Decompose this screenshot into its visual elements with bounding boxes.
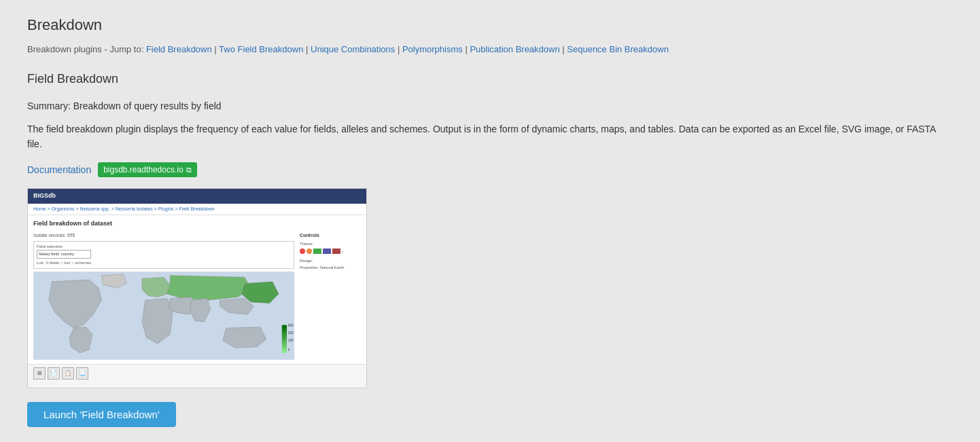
theme-dot-2: [307, 248, 312, 254]
theme-label: Theme:: [300, 241, 361, 247]
svg-text:100: 100: [288, 339, 294, 343]
mini-controls-title: Controls: [300, 232, 361, 240]
projection-label: Projection: Natural Earth: [300, 265, 361, 271]
mini-layout: Isolate records: 955 Field selection Sel…: [33, 232, 361, 361]
page-container: Breakdown Breakdown plugins - Jump to: F…: [0, 0, 980, 442]
nav-links: Breakdown plugins - Jump to: Field Break…: [27, 43, 953, 56]
theme-dot-1: [300, 248, 305, 254]
mini-controls: Controls Theme: › Range:: [300, 232, 361, 271]
documentation-link[interactable]: Documentation: [27, 163, 91, 177]
section-title-field-breakdown: Field Breakdown: [27, 70, 953, 91]
doc-badge[interactable]: bigsdb.readthedocs.io ⧉: [98, 162, 196, 177]
screenshot-preview: BIGSdb Home > Organisms > Neisseria spp.…: [27, 188, 367, 388]
theme-arrow: ›: [342, 248, 343, 256]
svg-rect-1: [282, 325, 287, 353]
documentation-row: Documentation bigsdb.readthedocs.io ⧉: [27, 162, 953, 177]
theme-rect-1: [313, 248, 321, 254]
mini-icon-doc1: 📄: [48, 367, 60, 380]
mini-select: Select field: country: [37, 250, 91, 259]
theme-rect-2: [323, 248, 331, 254]
nav-prefix: Breakdown plugins - Jump to:: [27, 44, 143, 54]
mini-radio-row: List: ⊙ fields ○ loci ○ schemes: [37, 260, 291, 266]
page-title: Breakdown: [27, 14, 953, 36]
external-link-icon: ⧉: [186, 164, 192, 176]
mini-left-panel: Isolate records: 955 Field selection Sel…: [33, 232, 294, 361]
summary-text: Summary: Breakdown of query results by f…: [27, 99, 953, 113]
world-map-svg: 300 200 100 0: [33, 272, 294, 360]
nav-link-two-field-breakdown[interactable]: Two Field Breakdown: [219, 44, 303, 54]
mini-field-box: Field selection Select field: country Li…: [33, 241, 294, 269]
nav-link-polymorphisms[interactable]: Polymorphisms: [402, 44, 463, 54]
nav-link-publication-breakdown[interactable]: Publication Breakdown: [470, 44, 559, 54]
launch-field-breakdown-button[interactable]: Launch 'Field Breakdown': [27, 402, 176, 427]
mini-icon-doc3: 📃: [76, 367, 88, 380]
mini-icon-table: ⊞: [33, 367, 46, 380]
mini-right-panel: Controls Theme: › Range:: [300, 232, 361, 361]
nav-link-unique-combinations[interactable]: Unique Combinations: [311, 44, 395, 54]
mini-browser-title: BIGSdb: [33, 192, 56, 199]
nav-link-sequence-bin-breakdown[interactable]: Sequence Bin Breakdown: [567, 44, 669, 54]
nav-link-field-breakdown[interactable]: Field Breakdown: [146, 44, 212, 54]
doc-badge-label: bigsdb.readthedocs.io: [103, 164, 183, 176]
mini-field-title: Field selection: [37, 244, 291, 250]
svg-text:0: 0: [288, 348, 290, 352]
mini-icon-doc2: 📋: [62, 367, 74, 380]
description-text: The field breakdown plugin displays the …: [27, 122, 953, 152]
svg-text:200: 200: [288, 332, 294, 335]
mini-browser-content: Field breakdown of dataset Isolate recor…: [28, 215, 366, 364]
mini-records-label: Isolate records: 955: [33, 232, 294, 240]
mini-map-area: 300 200 100 0: [33, 272, 294, 360]
mini-browser: BIGSdb Home > Organisms > Neisseria spp.…: [28, 189, 366, 388]
mini-content-title: Field breakdown of dataset: [33, 219, 361, 229]
mini-browser-header: BIGSdb: [28, 189, 366, 204]
mini-theme-row: ›: [300, 248, 361, 256]
mini-bottom-icons: ⊞ 📄 📋 📃: [28, 364, 366, 382]
range-label: Range:: [300, 258, 361, 264]
mini-browser-breadcrumb: Home > Organisms > Neisseria spp. > Neis…: [28, 204, 366, 216]
svg-text:300: 300: [288, 325, 294, 328]
theme-rect-3: [332, 248, 340, 254]
